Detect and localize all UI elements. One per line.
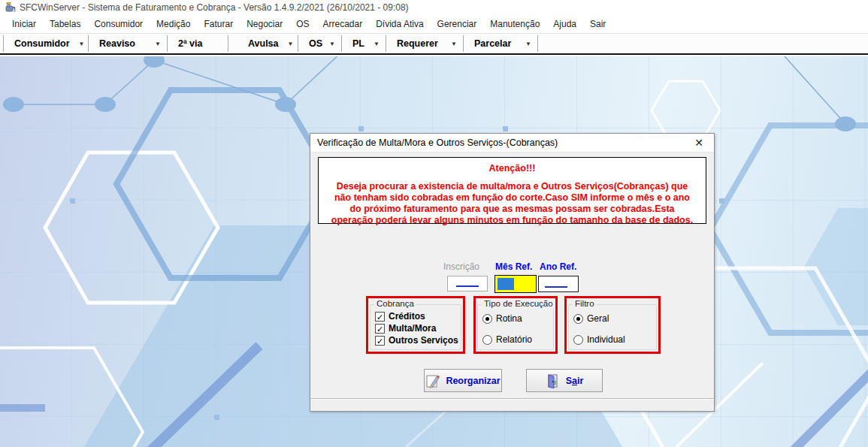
mes-ref-label: Mês Ref. xyxy=(495,261,532,272)
radio-unselected-icon[interactable] xyxy=(573,335,583,345)
group-tipo-execucao-label: Tipo de Execução xyxy=(482,299,555,308)
window-titlebar: SFCWinServer - Sistema de Faturamento e … xyxy=(0,0,868,15)
toolbar-button-requerer[interactable]: Requerer ▼ xyxy=(386,34,463,53)
sair-button-label: Sair xyxy=(566,376,584,386)
radio-relatorio[interactable]: Relatório xyxy=(482,334,532,345)
toolbar-button-label: Consumidor xyxy=(14,38,70,49)
app-icon xyxy=(4,2,16,14)
toolbar-button-label: Parcelar xyxy=(474,38,511,49)
toolbar-button-label: 2ª via xyxy=(178,38,202,49)
menu-item-faturar[interactable]: Faturar xyxy=(197,17,240,32)
window-title: SFCWinServer - Sistema de Faturamento e … xyxy=(20,2,409,13)
menu-item-sair[interactable]: Sair xyxy=(583,17,612,32)
group-tipo-execucao: Tipo de Execução Rotina Relatório xyxy=(473,296,558,354)
chevron-down-icon[interactable]: ▼ xyxy=(374,41,380,47)
menu-item-consumidor[interactable]: Consumidor xyxy=(87,17,150,32)
chevron-down-icon[interactable]: ▼ xyxy=(288,41,294,47)
chevron-down-icon[interactable]: ▼ xyxy=(155,41,161,47)
toolbar-button-avulsa[interactable]: Avulsa ▼ xyxy=(237,34,298,53)
reorganizar-button[interactable]: Reorganizar xyxy=(424,369,502,392)
warning-text: Deseja procurar a existencia de multa/mo… xyxy=(328,181,697,226)
radio-label: Relatório xyxy=(496,334,532,345)
menubar: Iniciar Tabelas Consumidor Medição Fatur… xyxy=(0,15,868,33)
dialog-title: Verificação de Multa/Mora e Outros Servi… xyxy=(317,137,558,148)
ano-ref-label: Ano Ref. xyxy=(540,261,576,272)
toolbar-button-label: OS xyxy=(309,38,322,49)
mes-ref-input[interactable] xyxy=(494,275,537,293)
verification-dialog: Verificação de Multa/Mora e Outros Servi… xyxy=(310,133,715,412)
radio-selected-icon[interactable] xyxy=(482,314,492,324)
chevron-down-icon[interactable]: ▼ xyxy=(329,41,335,47)
reorganizar-button-label: Reorganizar xyxy=(446,376,500,386)
menu-item-ajuda[interactable]: Ajuda xyxy=(546,17,583,32)
menu-item-gerenciar[interactable]: Gerenciar xyxy=(431,17,484,32)
menu-item-manutencao[interactable]: Manutenção xyxy=(483,17,546,32)
toolbar-button-2a-via[interactable]: 2ª via xyxy=(168,34,228,53)
toolbar-button-label: PL xyxy=(352,38,364,49)
checkbox-checked-icon[interactable]: ✓ xyxy=(375,324,385,334)
chevron-down-icon[interactable]: ▼ xyxy=(451,41,457,47)
menu-item-tabelas[interactable]: Tabelas xyxy=(43,17,87,32)
close-icon[interactable]: ✕ xyxy=(691,134,707,151)
toolbar-button-consumidor[interactable]: Consumidor ▼ xyxy=(4,34,88,53)
menu-item-divida-ativa[interactable]: Dívida Ativa xyxy=(369,17,430,32)
toolbar-button-os[interactable]: OS ▼ xyxy=(298,34,341,53)
toolbar-button-label: Requerer xyxy=(397,38,438,49)
mes-ref-selection-highlight xyxy=(498,278,514,290)
dialog-titlebar[interactable]: Verificação de Multa/Mora e Outros Servi… xyxy=(310,134,714,153)
group-cobranca: Cobrança ✓ Créditos ✓ Multa/Mora ✓ Outro… xyxy=(366,296,465,354)
radio-label: Individual xyxy=(587,334,625,345)
menu-item-os[interactable]: OS xyxy=(289,17,316,32)
toolbar-button-label: Avulsa xyxy=(248,38,279,49)
checkbox-label: Multa/Mora xyxy=(389,323,436,334)
checkbox-multa-mora[interactable]: ✓ Multa/Mora xyxy=(375,323,436,334)
checkbox-outros-servicos[interactable]: ✓ Outros Serviços xyxy=(375,335,458,346)
pencil-paper-icon xyxy=(425,373,440,388)
radio-individual[interactable]: Individual xyxy=(573,334,625,345)
checkbox-label: Outros Serviços xyxy=(389,335,458,346)
checkbox-checked-icon[interactable]: ✓ xyxy=(375,312,385,322)
chevron-down-icon[interactable]: ▼ xyxy=(79,41,85,47)
group-cobranca-label: Cobrança xyxy=(374,299,416,308)
menu-item-medicao[interactable]: Medição xyxy=(150,17,197,32)
group-filtro-label: Filtro xyxy=(573,299,597,308)
toolbar-separator xyxy=(537,35,538,52)
group-filtro: Filtro Geral Individual xyxy=(564,296,661,354)
checkbox-label: Créditos xyxy=(389,311,425,322)
inscricao-input[interactable] xyxy=(447,276,488,291)
radio-label: Rotina xyxy=(496,313,522,324)
menu-item-iniciar[interactable]: Iniciar xyxy=(5,17,43,32)
toolbar-button-parcelar[interactable]: Parcelar ▼ xyxy=(464,34,537,53)
checkbox-creditos[interactable]: ✓ Créditos xyxy=(375,311,425,322)
chevron-down-icon[interactable]: ▼ xyxy=(525,41,531,47)
dialog-footer xyxy=(310,398,714,411)
ano-ref-input[interactable] xyxy=(538,276,579,292)
warning-heading: Atenção!!! xyxy=(319,163,706,174)
toolbar: Consumidor ▼ Reaviso ▼ 2ª via Avulsa ▼ O… xyxy=(0,33,868,55)
radio-selected-icon[interactable] xyxy=(573,314,583,324)
sair-button[interactable]: Sair xyxy=(526,369,603,392)
inscricao-label: Inscrição xyxy=(443,261,479,272)
menu-item-arrecadar[interactable]: Arrecadar xyxy=(316,17,370,32)
exit-door-icon xyxy=(546,373,561,388)
checkbox-checked-icon[interactable]: ✓ xyxy=(375,336,385,346)
toolbar-button-reaviso[interactable]: Reaviso ▼ xyxy=(89,34,167,53)
radio-geral[interactable]: Geral xyxy=(573,313,609,324)
menu-item-negociar[interactable]: Negociar xyxy=(240,17,289,32)
radio-label: Geral xyxy=(587,313,609,324)
toolbar-button-pl[interactable]: PL ▼ xyxy=(342,34,386,53)
warning-panel: Atenção!!! Deseja procurar a existencia … xyxy=(318,157,706,224)
radio-unselected-icon[interactable] xyxy=(482,335,492,345)
toolbar-spacer xyxy=(228,34,237,53)
radio-rotina[interactable]: Rotina xyxy=(482,313,522,324)
toolbar-button-label: Reaviso xyxy=(99,38,135,49)
